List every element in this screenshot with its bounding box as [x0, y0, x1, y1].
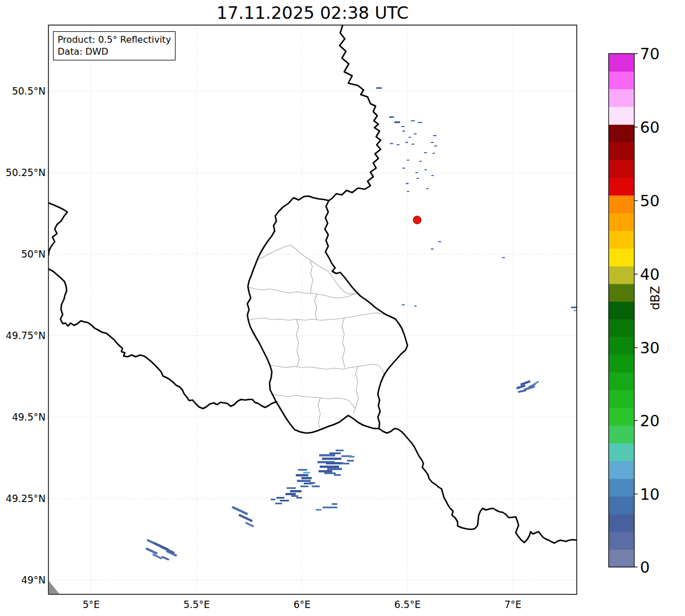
colorbar-segment — [609, 142, 634, 160]
colorbar-segment — [609, 231, 634, 249]
lat-tick-label: 49.75°N — [6, 330, 46, 341]
colorbar-segment — [609, 443, 634, 462]
colorbar-segment — [609, 89, 634, 107]
colorbar-segment — [609, 354, 634, 373]
colorbar-segment — [609, 71, 634, 89]
colorbar-segment — [609, 532, 634, 550]
colorbar-segment — [609, 284, 634, 302]
colorbar-tick-label: 70 — [640, 45, 659, 63]
colorbar-tick-label: 0 — [640, 558, 650, 576]
lat-tick-label: 50°N — [21, 248, 46, 260]
colorbar-segment — [609, 461, 634, 479]
annotation-product: Product: 0.5° Reflectivity — [58, 34, 171, 46]
colorbar-segment — [609, 266, 634, 284]
lon-tick-label: 7°E — [504, 599, 521, 610]
annotation-box: Product: 0.5° Reflectivity Data: DWD — [53, 31, 176, 60]
colorbar-segment — [609, 514, 634, 532]
lat-tick-label: 49.25°N — [6, 493, 46, 504]
lon-tick-label: 6°E — [293, 599, 311, 610]
colorbar-segment — [609, 479, 634, 497]
colorbar-segment — [609, 177, 634, 195]
colorbar-segment — [609, 337, 634, 355]
lat-tick-label: 50.25°N — [6, 167, 46, 178]
colorbar-segment — [609, 496, 634, 515]
colorbar-segment — [609, 407, 634, 426]
colorbar-tick-label: 50 — [640, 192, 659, 210]
annotation-source: Data: DWD — [58, 46, 171, 58]
colorbar-segment — [609, 124, 634, 142]
colorbar-tick-label: 60 — [640, 119, 659, 136]
colorbar-segment — [609, 390, 634, 408]
lon-tick-label: 5.5°E — [184, 599, 210, 610]
colorbar-segment — [609, 319, 634, 337]
lon-tick-label: 5°E — [83, 599, 100, 610]
colorbar-segment — [609, 301, 634, 320]
lon-tick-label: 6.5°E — [394, 599, 421, 610]
colorbar-segment — [609, 54, 634, 72]
colorbar-segment — [609, 195, 634, 214]
colorbar-segment — [609, 372, 634, 390]
lat-tick-label: 50.5°N — [12, 85, 46, 97]
lat-tick-label: 49°N — [21, 574, 46, 586]
colorbar-segment — [609, 107, 634, 125]
colorbar-segment — [609, 425, 634, 443]
radar-figure: 17.11.2025 02:38 UTC Product: 0.5° Refle… — [0, 0, 685, 616]
colorbar-segment — [609, 549, 634, 568]
map-panel: Product: 0.5° Reflectivity Data: DWD — [48, 25, 577, 594]
lat-tick-label: 49.5°N — [12, 411, 46, 423]
colorbar-segment — [609, 160, 634, 178]
colorbar-axis-label: dBZ — [649, 286, 662, 335]
colorbar-segment — [609, 248, 634, 267]
colorbar-tick-label: 20 — [640, 412, 659, 430]
colorbar-segment — [609, 213, 634, 231]
colorbar-tick-label: 10 — [640, 486, 659, 503]
colorbar-tick-label: 30 — [640, 339, 659, 357]
colorbar-tick-label: 40 — [640, 266, 659, 283]
